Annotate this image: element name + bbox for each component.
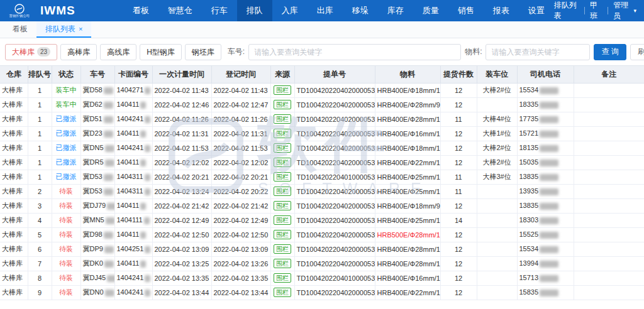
status-badge: 待装 [59, 187, 73, 195]
warehouse-tab[interactable]: 大棒库23 [5, 44, 57, 60]
cell-bill-no: TD10042022040200005319 [294, 213, 375, 227]
nav-item[interactable]: 移垛 [343, 0, 378, 21]
cell-plate: 冀DP9 [80, 242, 114, 256]
nav-item[interactable]: 智慧仓 [158, 0, 202, 21]
nav-item[interactable]: 入库 [272, 0, 308, 21]
cell-card: 1404241 [114, 112, 152, 126]
cell-dock [477, 213, 517, 227]
cell-weigh-time: 2022-04-02 13:44 [152, 285, 211, 300]
cell-remark [574, 112, 644, 126]
table-row[interactable]: 大棒库9待装冀DN014042412022-04-02 13:442022-04… [0, 285, 644, 300]
cell-remark [574, 170, 644, 184]
material-filter-input[interactable] [486, 44, 590, 60]
cell-status: 已撤派 [52, 155, 80, 170]
status-badge: 已撤派 [56, 173, 77, 180]
cell-warehouse: 大棒库 [0, 285, 28, 300]
redacted-text [140, 232, 146, 239]
user-menu[interactable]: 管理员 ▾ [613, 0, 636, 21]
nav-item[interactable]: 行车 [202, 0, 237, 21]
nav-item[interactable]: 出库 [308, 0, 343, 21]
status-badge: 待装 [59, 245, 73, 252]
warehouse-tab[interactable]: 高棒库 [60, 44, 97, 60]
redacted-text [540, 246, 558, 253]
cell-qty: 11 [440, 112, 477, 126]
cell-status: 待装 [52, 213, 80, 227]
nav-item[interactable]: 库存 [378, 0, 413, 21]
warehouse-tab[interactable]: 高线库 [100, 44, 136, 60]
table-row[interactable]: 大棒库1已撤派冀D5114042412022-04-02 11:262022-0… [0, 112, 644, 126]
cell-card: 1404271 [114, 83, 152, 97]
nav-item[interactable]: 排队 [237, 0, 272, 21]
cell-plate: 冀DN0 [80, 285, 114, 300]
cell-warehouse: 大棒库 [0, 184, 28, 198]
redacted-text [540, 102, 558, 109]
cell-plate: 冀DJ45 [80, 271, 114, 285]
cell-reg-time: 2022-04-02 11:31 [211, 126, 270, 141]
redacted-text [107, 203, 114, 210]
nav-item[interactable]: 设置 [519, 0, 554, 21]
warehouse-tab[interactable]: H型钢库 [140, 44, 182, 60]
nav-item[interactable]: 销售 [448, 0, 484, 21]
warehouse-tab[interactable]: 钢坯库 [185, 44, 221, 60]
table-row[interactable]: 大棒库1已撤派冀DR51404112022-04-02 12:022022-04… [0, 155, 644, 170]
cell-weigh-time: 2022-04-02 13:35 [152, 271, 211, 285]
table-row[interactable]: 大棒库6待装冀DP914042512022-04-02 13:092022-04… [0, 242, 644, 256]
cell-source: 围栏 [270, 271, 294, 285]
table-row[interactable]: 大棒库1已撤派冀D5314043112022-04-02 20:212022-0… [0, 170, 644, 184]
cell-weigh-time: 2022-04-02 20:21 [152, 170, 211, 184]
cell-reg-time: 2022-04-02 13:09 [211, 242, 270, 256]
cell-plate: 冀DN5 [80, 141, 114, 155]
table-row[interactable]: 大棒库4待装冀MN514041112022-04-02 12:492022-04… [0, 213, 644, 227]
cell-bill-no: TD10042022040200005319 [294, 126, 375, 141]
cell-dock [477, 256, 517, 271]
cell-phone: 13835 [517, 170, 574, 184]
table-row[interactable]: 大棒库1已撤派冀D231404112022-04-02 11:312022-04… [0, 126, 644, 141]
cell-queue-no: 1 [28, 126, 52, 141]
page-tab[interactable]: 看板 [4, 21, 36, 38]
cell-warehouse: 大棒库 [0, 126, 28, 141]
table-row[interactable]: 大棒库5待装冀D981404112022-04-02 12:502022-04-… [0, 227, 644, 242]
cell-weigh-time: 2022-04-02 13:25 [152, 256, 211, 271]
nav-item[interactable]: 看板 [123, 0, 158, 21]
cell-warehouse: 大棒库 [0, 271, 28, 285]
warehouse-tabs: 大棒库23高棒库高线库H型钢库钢坯库 [5, 44, 221, 60]
table-row[interactable]: 大棒库3待装冀DJ791404112022-04-02 21:422022-04… [0, 198, 644, 213]
redacted-text [104, 188, 113, 195]
refresh-button[interactable]: 刷 新 [630, 44, 644, 60]
table-row[interactable]: 大棒库1装车中冀D5814042712022-04-02 11:432022-0… [0, 83, 644, 97]
plate-filter-input[interactable] [248, 44, 461, 60]
table-row[interactable]: 大棒库1已撤派冀DN514042412022-04-02 11:532022-0… [0, 141, 644, 155]
cell-plate: 冀DR5 [80, 155, 114, 170]
nav-item[interactable]: 质量 [413, 0, 448, 21]
cell-dock [477, 184, 517, 198]
cell-reg-time: 2022-04-02 20:22 [211, 184, 270, 198]
cell-source: 围栏 [270, 256, 294, 271]
cell-remark [574, 198, 644, 213]
redacted-text [145, 116, 150, 123]
table-row[interactable]: 大棒库2待装冀D5314043112022-04-02 13:242022-04… [0, 184, 644, 198]
redacted-text [104, 116, 113, 123]
page-tab[interactable]: 排队列表× [36, 21, 91, 38]
top-bar: 首钢长钢公司 IWMS 看板智慧仓行车排队入库出库移垛库存质量销售报表设置 排队… [0, 0, 644, 21]
nav-item[interactable]: 报表 [484, 0, 519, 21]
cell-material: HRB400E/Φ28mm/12m [375, 112, 440, 126]
redacted-text [140, 160, 146, 166]
column-header: 来源 [270, 66, 294, 83]
cell-qty: 14 [440, 213, 477, 227]
topbar-page-link[interactable]: 排队列表 [554, 0, 580, 21]
cell-plate: 冀D98 [80, 227, 114, 242]
cell-card: 1404241 [114, 271, 152, 285]
table-row[interactable]: 大棒库8待装冀DJ4514042412022-04-02 13:352022-0… [0, 271, 644, 285]
shift-label[interactable]: 甲班 [590, 0, 602, 21]
status-badge: 已撤派 [56, 115, 77, 122]
table-row[interactable]: 大棒库1装车中冀D621404112022-04-02 12:462022-04… [0, 97, 644, 112]
cell-bill-no: TD10042022040200005320 [294, 242, 375, 256]
table-row[interactable]: 大棒库7待装冀DK01404112022-04-02 13:252022-04-… [0, 256, 644, 271]
redacted-text [145, 290, 150, 296]
redacted-text [540, 87, 558, 94]
cell-source: 围栏 [270, 198, 294, 213]
search-button[interactable]: 查 询 [594, 44, 626, 60]
tab-close-icon[interactable]: × [79, 26, 82, 33]
cell-warehouse: 大棒库 [0, 227, 28, 242]
redacted-text [540, 203, 558, 210]
